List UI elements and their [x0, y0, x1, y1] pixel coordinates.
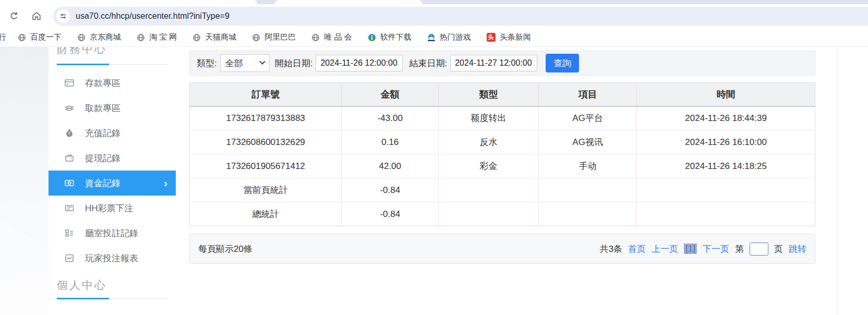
cell-amount: -0.84 — [342, 202, 439, 226]
section-underline — [57, 64, 167, 65]
background-triangle — [0, 201, 49, 300]
cell-type: 彩金 — [439, 154, 539, 178]
bookmark-item[interactable]: 行 — [0, 32, 6, 42]
browser-tab[interactable] — [275, 0, 422, 4]
search-button[interactable]: 查詢 — [546, 54, 579, 72]
first-page-link[interactable]: 首页 — [628, 243, 646, 255]
col-header-order-no: 訂單號 — [190, 83, 342, 106]
jump-suffix-text: 页 — [774, 243, 783, 255]
bookmark-label: 天猫商城 — [205, 32, 236, 42]
sidebar-item-withdraw-zone[interactable]: 取款專區 — [49, 95, 176, 120]
sidebar-section-finance: 財務中心 — [57, 47, 167, 57]
cell-order-no: 1732601905671412 — [190, 154, 342, 178]
cell-order-no: 1732608600132629 — [190, 130, 342, 154]
bookmark-label: 阿里巴巴 — [264, 32, 296, 42]
table-header-row: 訂單號 金額 類型 項目 時間 — [190, 83, 815, 106]
sidebar-item-withdraw-record[interactable]: 提現記錄 — [49, 146, 176, 171]
bookmark-label: 百度一下 — [30, 32, 62, 42]
sidebar-item-label: 取款專區 — [85, 102, 120, 114]
page-body: 財務中心 存款專區 取款專區 充值記錄 提現記錄 資金記錄 — [0, 47, 868, 315]
sidebar-item-hall-bet-record[interactable]: 廳室投註記錄 — [49, 221, 176, 246]
sidebar-item-label: HH彩票下注 — [85, 202, 134, 214]
page-left-gutter — [0, 47, 49, 315]
sidebar-menu: 存款專區 取款專區 充值記錄 提現記錄 資金記錄 › HH彩票下注 — [49, 70, 176, 271]
prev-page-link[interactable]: 上一页 — [652, 243, 678, 255]
withdraw-notes-icon — [64, 103, 75, 113]
page-jump-input[interactable] — [750, 243, 768, 256]
bookmark-label: 行 — [0, 32, 6, 42]
bookmark-label: 头条新闻 — [500, 32, 531, 42]
sidebar-section-personal: 個人中心 — [57, 278, 167, 293]
filter-bar: 類型: 全部 開始日期: 結束日期: 查詢 — [189, 51, 815, 76]
bookmark-item[interactable]: 阿里巴巴 — [252, 32, 296, 42]
toutiao-icon: 头 — [487, 33, 496, 42]
table-row: 1732617879313883 -43.00 额度转出 AG平台 2024-1… — [190, 106, 815, 130]
end-date-input[interactable] — [450, 55, 537, 71]
wallet-icon — [64, 153, 75, 163]
jump-button[interactable]: 跳转 — [789, 243, 806, 255]
chevron-right-icon: › — [164, 177, 167, 189]
bookmark-item[interactable]: 百度一下 — [18, 32, 62, 42]
bookmark-item[interactable]: 热门游戏 — [427, 32, 471, 42]
end-date-label: 結束日期: — [409, 57, 447, 69]
bookmark-item[interactable]: 软件下载 — [368, 32, 412, 42]
sidebar-item-funds-record[interactable]: 資金記錄 › — [49, 171, 176, 196]
money-bag-icon — [64, 128, 75, 138]
cell-time: 2024-11-26 14:18:25 — [637, 154, 815, 178]
cell-time: 2024-11-26 18:44:39 — [637, 106, 815, 130]
total-count-text: 共3条 — [600, 243, 622, 255]
hall-list-icon — [64, 228, 75, 238]
table-summary-row-page: 當前頁統計 -0.84 — [190, 178, 815, 202]
col-header-project: 項目 — [539, 83, 637, 106]
bookmark-item[interactable]: 头 头条新闻 — [487, 32, 531, 42]
bookmark-item[interactable]: 唯 品 会 — [311, 32, 352, 42]
table-row: 1732608600132629 0.16 反水 AG视讯 2024-11-26… — [190, 130, 815, 154]
start-date-label: 開始日期: — [275, 57, 313, 69]
cell-amount: -0.84 — [342, 178, 439, 202]
site-settings-icon[interactable] — [56, 9, 70, 23]
bookmark-label: 唯 品 会 — [324, 32, 352, 42]
table-row: 1732601905671412 42.00 彩金 手动 2024-11-26 … — [190, 154, 815, 178]
type-select-value: 全部 — [225, 57, 243, 69]
sidebar-item-label: 充值記錄 — [85, 127, 120, 139]
page-size-text: 每頁顯示20條 — [198, 243, 252, 255]
sidebar-item-deposit-zone[interactable]: 存款專區 — [49, 70, 176, 95]
sidebar-item-label: 資金記錄 — [85, 177, 120, 189]
home-button[interactable] — [28, 7, 45, 25]
start-date-input[interactable] — [316, 55, 403, 71]
cell-amount: 42.00 — [342, 154, 439, 178]
table-summary-row-total: 總統計 -0.84 — [190, 202, 815, 226]
sidebar-item-player-bet-report[interactable]: 玩家投注報表 — [49, 246, 176, 271]
browser-chrome: usa70.cc/hhcp/usercenter.html?iniType=9 … — [0, 0, 868, 47]
deposit-card-icon — [64, 78, 75, 88]
cell-summary-label: 當前頁統計 — [190, 178, 342, 202]
cell-type: 额度转出 — [439, 106, 539, 130]
bookmark-label: 京东商城 — [90, 32, 121, 42]
url-text: usa70.cc/hhcp/usercenter.html?iniType=9 — [76, 11, 230, 21]
banknote-icon — [64, 178, 75, 188]
sidebar-item-hh-lottery-bets[interactable]: HH彩票下注 — [49, 196, 176, 221]
bookmark-item[interactable]: 淘 宝 网 — [137, 32, 177, 42]
bookmark-item[interactable]: 天猫商城 — [192, 32, 236, 42]
game-penguin-icon — [427, 33, 436, 42]
main-content: 類型: 全部 開始日期: 結束日期: 查詢 訂單號 金額 類型 項目 時間 — [189, 47, 815, 315]
cell-amount: 0.16 — [342, 130, 439, 154]
sidebar-item-recharge-record[interactable]: 充值記錄 — [49, 120, 176, 146]
browser-tab[interactable] — [0, 0, 257, 4]
next-page-link[interactable]: 下一页 — [703, 243, 729, 255]
bookmark-label: 淘 宝 网 — [149, 32, 177, 42]
type-select[interactable]: 全部 — [220, 54, 270, 72]
col-header-time: 時間 — [637, 83, 815, 106]
sidebar-item-label: 提現記錄 — [85, 152, 120, 164]
funds-table: 訂單號 金額 類型 項目 時間 1732617879313883 -43.00 … — [189, 82, 815, 226]
bookmark-label: 热门游戏 — [440, 32, 471, 42]
reload-icon — [9, 11, 19, 21]
reload-button[interactable] — [5, 7, 23, 25]
bookmarks-bar: 行 百度一下 京东商城 淘 宝 网 天猫商城 阿里巴巴 唯 品 会 — [0, 28, 868, 47]
section-underline — [57, 298, 167, 299]
url-bar[interactable]: usa70.cc/hhcp/usercenter.html?iniType=9 — [53, 7, 868, 26]
sidebar-item-label: 存款專區 — [85, 77, 120, 89]
cell-type: 反水 — [439, 130, 539, 154]
tab-strip — [0, 0, 868, 4]
bookmark-item[interactable]: 京东商城 — [77, 32, 121, 42]
